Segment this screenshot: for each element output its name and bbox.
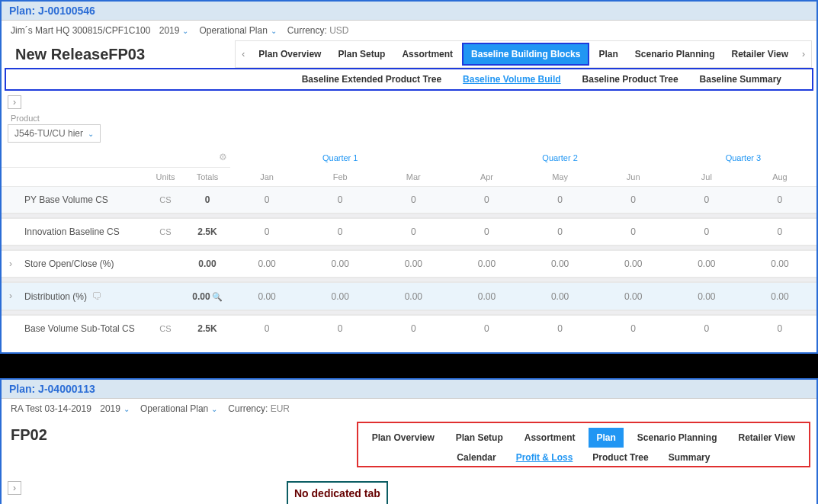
plan-panel-fp02: Plan: J-04000113 RA Test 03-14-2019 2019… (0, 378, 818, 504)
chevron-down-icon: ⌄ (88, 130, 94, 138)
row-expand-icon[interactable]: › (9, 291, 12, 301)
row-expand-icon[interactable]: › (9, 258, 12, 269)
grid-cell[interactable]: 0.00 (377, 282, 450, 310)
tab-assortment[interactable]: Assortment (517, 428, 583, 448)
row-total: 0.00 (184, 250, 230, 278)
grid-cell[interactable]: 0.00 (377, 250, 450, 278)
tab-retailer-view[interactable]: Retailer View (724, 44, 796, 64)
row-label: Base Volume Sub-Total CS (24, 323, 135, 334)
row-units (146, 250, 184, 278)
row-total: 2.5K (184, 315, 230, 342)
grid-cell[interactable]: 0 (450, 218, 523, 246)
grid-cell[interactable]: 0.00 (524, 250, 597, 278)
grid-cell[interactable]: 0.00 (670, 282, 743, 310)
subtab-product-tree[interactable]: Product Tree (592, 452, 648, 463)
plan-type-dropdown[interactable]: Operational Plan ⌄ (140, 403, 217, 414)
subtab-baseline-summary[interactable]: Baseline Summary (700, 74, 781, 85)
grid-cell[interactable]: 0 (597, 187, 670, 214)
grid-cell[interactable]: 0 (597, 218, 670, 246)
product-select[interactable]: J546-TU/CU hier ⌄ (8, 124, 101, 143)
grid-cell[interactable]: 0.00 (597, 250, 670, 278)
magnify-icon[interactable]: 🔍 (212, 292, 223, 301)
account-dropdown[interactable]: RA Test 03-14-2019 2019 ⌄ (11, 403, 130, 414)
grid-cell[interactable]: 0.00 (230, 282, 303, 310)
chevron-down-icon: ⌄ (124, 405, 130, 413)
quarter-header: Quarter 2 (450, 147, 669, 168)
grid-cell[interactable]: 0 (303, 187, 377, 214)
gear-icon[interactable]: ⚙ (219, 152, 227, 162)
sidebar-expand-button[interactable]: › (8, 95, 21, 109)
grid-cell[interactable]: 0.00 (450, 250, 523, 278)
grid-cell[interactable]: 0 (450, 187, 523, 214)
row-label: PY Base Volume CS (24, 194, 108, 205)
grid-cell[interactable]: 0 (670, 315, 743, 342)
subtab-baseline-extended-product-tree[interactable]: Baseline Extended Product Tree (302, 74, 441, 85)
subtab-profit-loss[interactable]: Profit & Loss (516, 452, 573, 463)
month-header: Jan (230, 168, 303, 187)
grid-cell[interactable]: 0 (230, 187, 303, 214)
quarter-header: Quarter 1 (230, 147, 450, 168)
tab-baseline-building-blocks[interactable]: Baseline Building Blocks (462, 43, 589, 66)
grid-cell[interactable]: 0.00 (743, 282, 816, 310)
grid-cell[interactable]: 0 (303, 218, 377, 246)
grid-cell[interactable]: 0.00 (303, 282, 377, 310)
tab-assortment[interactable]: Assortment (394, 44, 460, 64)
tab-plan[interactable]: Plan (589, 428, 623, 448)
tab-scenario-planning[interactable]: Scenario Planning (627, 44, 723, 64)
subtab-baseline-product-tree[interactable]: Baseline Product Tree (582, 74, 678, 85)
grid-cell[interactable]: 0 (597, 315, 670, 342)
comment-icon[interactable]: 🗨 (91, 291, 101, 302)
chevron-down-icon: ⌄ (182, 27, 188, 35)
tab-plan[interactable]: Plan (591, 44, 625, 64)
grid-cell[interactable]: 0 (670, 187, 743, 214)
tab-plan-setup[interactable]: Plan Setup (448, 428, 511, 448)
plan-type-dropdown[interactable]: Operational Plan ⌄ (199, 25, 276, 36)
chevron-down-icon: ⌄ (211, 405, 217, 413)
grid-cell[interactable]: 0.00 (524, 282, 597, 310)
grid-cell[interactable]: 0.00 (450, 282, 523, 310)
account-dropdown[interactable]: Jim´s Mart HQ 300815/CPF1C100 2019 ⌄ (11, 25, 188, 36)
plan-header-row: Jim´s Mart HQ 300815/CPF1C100 2019 ⌄ Ope… (2, 21, 816, 40)
month-header: Jun (597, 168, 670, 187)
grid-cell[interactable]: 0 (524, 315, 597, 342)
tabs-scroll-left[interactable]: ‹ (237, 46, 249, 63)
grid-cell[interactable]: 0 (230, 315, 303, 342)
row-units (146, 282, 184, 310)
grid-cell[interactable]: 0 (377, 218, 450, 246)
subtab-summary[interactable]: Summary (669, 452, 711, 463)
grid-cell[interactable]: 0 (743, 218, 816, 246)
row-total: 2.5K (184, 218, 230, 246)
grid-cell[interactable]: 0.00 (743, 250, 816, 278)
grid-cell[interactable]: 0 (670, 218, 743, 246)
subtab-baseline-volume-build[interactable]: Baseline Volume Build (463, 74, 560, 85)
main-tabs: ‹ Plan Overview Plan Setup Assortment Ba… (235, 40, 812, 68)
table-row: PY Base Volume CSCS000000000 (2, 187, 816, 214)
grid-cell[interactable]: 0 (303, 315, 377, 342)
grid-cell[interactable]: 0 (524, 187, 597, 214)
grid-cell[interactable]: 0.00 (670, 250, 743, 278)
plan-panel-fp03: Plan: J-00100546 Jim´s Mart HQ 300815/CP… (0, 0, 818, 354)
sidebar-expand-button[interactable]: › (8, 481, 21, 495)
grid-cell[interactable]: 0 (230, 218, 303, 246)
month-header: May (524, 168, 597, 187)
subtab-calendar[interactable]: Calendar (457, 452, 496, 463)
grid-cell[interactable]: 0 (450, 315, 523, 342)
quarter-header: Quarter 3 (670, 147, 816, 168)
grid-cell[interactable]: 0.00 (303, 250, 377, 278)
grid-cell[interactable]: 0 (377, 315, 450, 342)
tabs-scroll-right[interactable]: › (797, 46, 810, 63)
grid-cell[interactable]: 0.00 (230, 250, 303, 278)
grid-cell[interactable]: 0 (524, 218, 597, 246)
main-tabs: Plan Overview Plan Setup Assortment Plan… (357, 422, 810, 467)
grid-cell[interactable]: 0 (743, 315, 816, 342)
tab-plan-setup[interactable]: Plan Setup (330, 44, 393, 64)
tab-plan-overview[interactable]: Plan Overview (251, 44, 329, 64)
tab-scenario-planning[interactable]: Scenario Planning (630, 428, 725, 448)
row-total: 0.00🔍 (184, 282, 230, 310)
tab-retailer-view[interactable]: Retailer View (731, 428, 803, 448)
grid-cell[interactable]: 0 (743, 187, 816, 214)
grid-cell[interactable]: 0 (377, 187, 450, 214)
grid-cell[interactable]: 0.00 (597, 282, 670, 310)
tab-plan-overview[interactable]: Plan Overview (364, 428, 442, 448)
row-label: Store Open/Close (%) (24, 258, 114, 269)
